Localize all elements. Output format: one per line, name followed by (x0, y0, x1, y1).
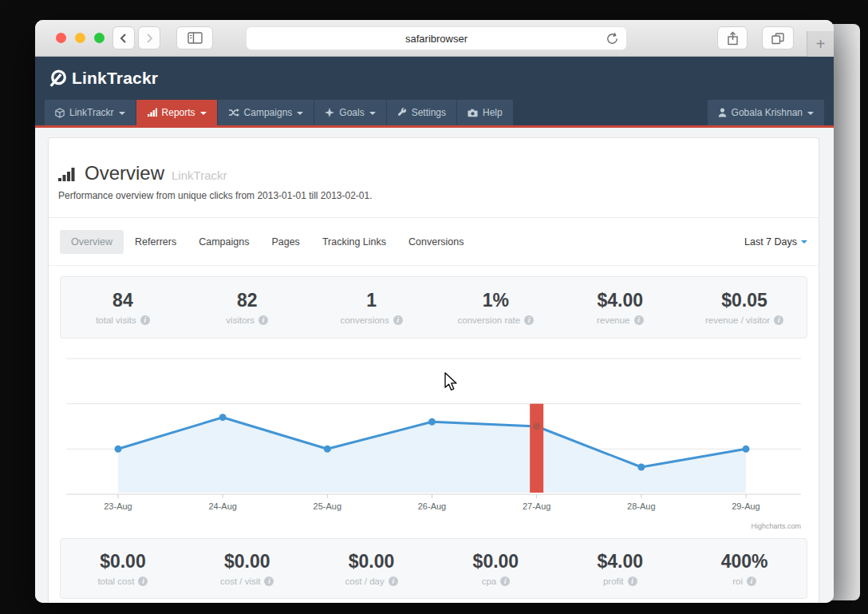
info-icon[interactable]: i (138, 576, 148, 586)
data-point-27-Aug[interactable] (533, 423, 540, 430)
zoom-window-button[interactable] (94, 33, 105, 43)
forward-button[interactable] (138, 26, 160, 50)
tab-pages[interactable]: Pages (260, 230, 310, 254)
stat-top-conversions: 1conversionsi (310, 277, 434, 338)
date-range-selector[interactable]: Last 7 Days (744, 236, 807, 248)
user-name: Gobala Krishnan (732, 107, 803, 118)
nav-item-campaigns[interactable]: Campaigns (218, 100, 314, 125)
tab-overview[interactable]: Overview (60, 230, 124, 254)
app-header: LinkTrackr (35, 57, 834, 100)
traffic-lights (56, 33, 105, 43)
nav-item-settings[interactable]: Settings (387, 100, 456, 125)
info-icon[interactable]: i (628, 576, 637, 586)
data-point-28-Aug[interactable] (637, 464, 645, 471)
tabs-overview-icon (771, 32, 785, 45)
visits-chart[interactable]: 23-Aug24-Aug25-Aug26-Aug27-Aug28-Aug29-A… (60, 347, 807, 532)
nav-item-linktrackr[interactable]: LinkTrackr (45, 100, 136, 125)
minimize-window-button[interactable] (75, 33, 85, 43)
refresh-button[interactable] (606, 32, 619, 48)
highcharts-credit[interactable]: Highcharts.com (751, 522, 801, 530)
page-background: Overview LinkTrackr Performance overview… (35, 128, 834, 603)
stats-panel-top: 84total visitsi82visitorsi1conversionsi1… (60, 276, 807, 339)
info-icon[interactable]: i (140, 315, 150, 325)
stat-value: $0.00 (224, 551, 270, 572)
caret-down-icon (807, 112, 814, 115)
app-nav-bar: LinkTrackr Reports Campaigns (35, 100, 834, 125)
nav-label: LinkTrackr (69, 107, 114, 118)
show-tabs-button[interactable] (762, 26, 794, 50)
stat-value: 1 (366, 290, 377, 311)
x-axis-label: 28-Aug (627, 501, 655, 511)
info-icon[interactable]: i (258, 315, 268, 325)
address-bar[interactable]: safaribrowser (246, 26, 627, 50)
info-icon[interactable]: i (264, 576, 274, 586)
info-icon[interactable]: i (500, 576, 510, 586)
x-axis-label: 29-Aug (732, 501, 760, 511)
data-point-26-Aug[interactable] (428, 418, 436, 426)
x-axis-label: 25-Aug (314, 501, 341, 511)
share-button[interactable] (717, 26, 748, 50)
tab-tracking-links[interactable]: Tracking Links (311, 230, 397, 254)
stat-value: $0.05 (721, 290, 767, 311)
stat-label-text: cost / day (345, 576, 384, 586)
linktrackr-ring-icon (48, 68, 69, 89)
data-point-23-Aug[interactable] (115, 446, 122, 453)
x-axis-label: 24-Aug (208, 501, 236, 511)
info-icon[interactable]: i (389, 576, 398, 586)
stat-bottom-roi: 400%roii (682, 539, 807, 598)
stat-label: roii (732, 576, 756, 586)
stat-label-text: revenue (597, 315, 630, 325)
stat-label-text: conversion rate (458, 315, 521, 325)
stat-label: total visitsi (96, 315, 150, 325)
info-icon[interactable]: i (774, 315, 783, 325)
nav-label: Campaigns (244, 107, 293, 118)
data-point-29-Aug[interactable] (743, 446, 750, 453)
area-fill (118, 418, 746, 493)
nav-label: Settings (412, 107, 446, 118)
info-icon[interactable]: i (393, 315, 403, 325)
tab-campaigns[interactable]: Campaigns (187, 230, 260, 254)
stat-label: conversion ratei (458, 315, 535, 325)
user-menu[interactable]: Gobala Krishnan (708, 100, 824, 125)
stat-label: profiti (603, 576, 637, 586)
highlight-bar[interactable] (530, 404, 543, 493)
stat-value: $4.00 (597, 290, 643, 311)
nav-label: Reports (162, 107, 195, 118)
nav-item-reports[interactable]: Reports (136, 100, 217, 125)
nav-label: Help (483, 107, 503, 118)
data-point-24-Aug[interactable] (219, 414, 227, 421)
new-tab-button[interactable]: + (807, 31, 834, 57)
tab-conversions[interactable]: Conversions (397, 230, 475, 254)
share-icon (727, 31, 739, 46)
x-axis-label: 27-Aug (523, 501, 550, 511)
info-icon[interactable]: i (524, 315, 534, 325)
stat-bottom-total-cost: $0.00total costi (61, 539, 185, 598)
stat-label-text: conversions (340, 315, 389, 325)
stat-value: $0.00 (100, 551, 146, 572)
plus-icon: + (816, 35, 826, 53)
logo-text: LinkTrackr (72, 69, 158, 88)
stat-bottom-profit: $4.00profiti (558, 539, 682, 598)
address-bar-text: safaribrowser (405, 33, 468, 45)
report-bars-icon (58, 165, 77, 181)
linktrackr-logo[interactable]: LinkTrackr (48, 68, 158, 89)
nav-item-help[interactable]: Help (457, 100, 513, 125)
cube-icon (55, 108, 65, 118)
stat-label-text: visitors (226, 315, 254, 325)
close-window-button[interactable] (56, 33, 66, 43)
stat-top-visitors: 82visitorsi (185, 277, 310, 338)
nav-item-goals[interactable]: Goals (314, 100, 385, 125)
refresh-icon (606, 32, 619, 46)
back-button[interactable] (112, 26, 135, 50)
caret-down-icon (801, 240, 807, 244)
tab-referrers[interactable]: Referrers (124, 230, 187, 254)
stat-value: $0.00 (473, 551, 519, 572)
info-icon[interactable]: i (634, 315, 644, 325)
stat-label: cost / visiti (220, 576, 274, 586)
info-icon[interactable]: i (747, 576, 756, 586)
data-point-25-Aug[interactable] (324, 446, 331, 453)
stat-label: cpai (482, 576, 511, 586)
sidebar-toggle-button[interactable] (176, 26, 213, 50)
sidebar-icon (187, 32, 203, 44)
stat-label: conversionsi (340, 315, 402, 325)
